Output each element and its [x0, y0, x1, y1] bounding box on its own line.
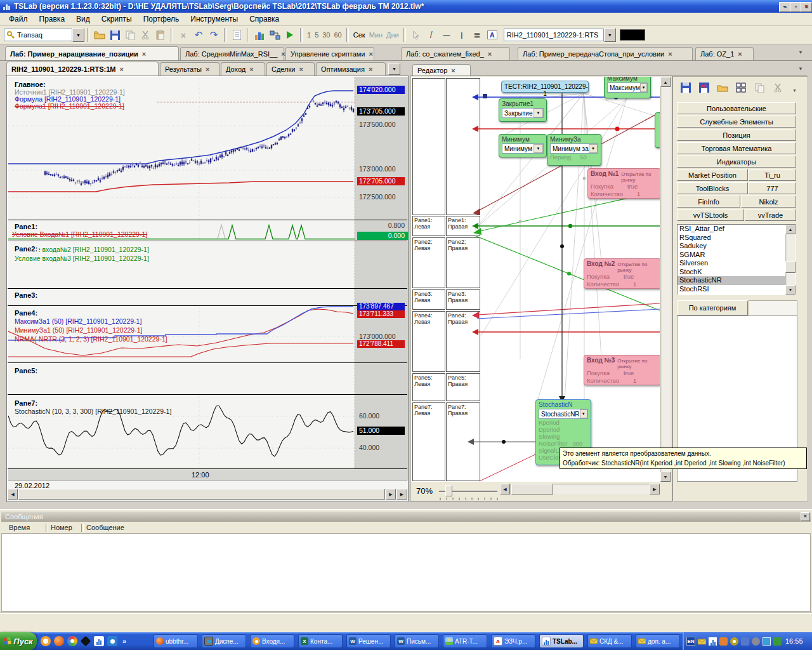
editor-tabs-overflow-icon[interactable]: ▼ [798, 66, 803, 72]
scroll-down-icon[interactable]: ▼ [660, 472, 671, 482]
editor-vscrollbar[interactable]: ▲ ▼ [660, 77, 671, 482]
lab-tab-3[interactable]: Лаб: со_сжатием_fixed_× [401, 47, 510, 60]
col-number[interactable]: Номер [51, 524, 72, 531]
node-select[interactable]: Минимум за▼ [550, 143, 598, 154]
node-test[interactable]: ТЕСТ:RIH2_110901_120229-1 [501, 81, 589, 93]
category-vvtrade[interactable]: vvTrade [745, 209, 796, 221]
scroll-left-icon[interactable]: ◀ [500, 484, 510, 494]
editor-tab[interactable]: Редактор× [412, 64, 471, 76]
category-toolblocks[interactable]: ToolBlocks [677, 182, 748, 194]
category-position[interactable]: Позиция [677, 129, 796, 141]
task-letter[interactable]: WПисьм... [395, 634, 439, 648]
category-ti-ru[interactable]: Ti_ru [749, 169, 796, 181]
menu-tools[interactable]: Инструменты [185, 13, 243, 25]
quick-launch-overflow-icon[interactable]: » [122, 637, 126, 645]
palette-cut-button[interactable] [771, 81, 785, 95]
close-icon[interactable]: × [281, 51, 285, 57]
palette-toolbar-overflow-icon[interactable]: ▼ [792, 88, 797, 93]
chevron-down-icon[interactable]: ▼ [580, 409, 587, 418]
scroll-thumb[interactable] [18, 489, 385, 500]
menu-scripts[interactable]: Скрипты [96, 13, 137, 25]
category-indicators[interactable]: Индикаторы [677, 156, 796, 168]
chart-tab-4[interactable]: Оптимизация× [316, 62, 386, 76]
chart-tab-0[interactable]: RIH2_110901_120229-1:RTS:1M× [6, 62, 159, 76]
menu-file[interactable]: Файл [4, 13, 33, 25]
editor-cell-pane4-right[interactable]: Pane4:Правая [446, 311, 480, 372]
node-select[interactable]: Закрытие▼ [502, 108, 544, 118]
delete-button[interactable]: × [176, 28, 190, 42]
chart-button[interactable] [252, 28, 266, 42]
menu-help[interactable]: Справка [244, 13, 284, 25]
category-vvtsltools[interactable]: vvTSLtools [677, 209, 744, 221]
lab-tabs-overflow-icon[interactable]: ▼ [798, 50, 803, 55]
color-swatch[interactable] [620, 29, 645, 41]
node-close1[interactable]: Закрытие1 Закрытие▼ [499, 98, 547, 122]
indicator-list[interactable]: RSI_Attar_Def RSquared Sadukey SGMAR Sil… [677, 224, 796, 295]
editor-cell-pane2-right[interactable]: Pane2:Правая [446, 237, 480, 288]
scroll-left-icon[interactable]: ◀ [8, 489, 18, 500]
close-icon[interactable]: × [142, 51, 146, 57]
vline-tool-icon[interactable]: | [455, 28, 469, 42]
node-maximum[interactable]: Максимум Максимум▼ [604, 77, 651, 98]
list-item[interactable]: StochK [678, 268, 796, 277]
palette-grid-button[interactable] [734, 81, 748, 95]
editor-cell-empty[interactable] [446, 78, 480, 215]
category-users[interactable]: Пользовательские [677, 102, 796, 114]
tray-network-icon[interactable] [741, 637, 749, 646]
open-button[interactable] [93, 28, 107, 42]
node-select[interactable]: StochasticNR▼ [539, 409, 588, 419]
chart-tab-3[interactable]: Сделки× [266, 62, 315, 76]
tray-tslab-icon[interactable] [709, 637, 717, 646]
palette-save-as-button[interactable]: AS [697, 81, 711, 95]
lab-tab-4[interactable]: Лаб: Пример_передачаСтопа_при_условии× [518, 47, 693, 60]
node-entry3[interactable]: Вход №3Открытие по рынку Покупкаtrue Кол… [584, 355, 660, 385]
node-select[interactable]: Максимум▼ [607, 83, 648, 93]
chart-tab-1[interactable]: Результаты× [160, 62, 219, 76]
chart-hscrollbar[interactable]: ◀ ▶ ▶ [8, 489, 407, 500]
category-777[interactable]: 777 [749, 182, 796, 194]
list-item[interactable]: SGMAR [678, 251, 796, 260]
fibo-tool-icon[interactable]: ≣ [470, 28, 484, 42]
lab-tab-1[interactable]: Лаб: СредняяMinMax_RSI__× [180, 47, 284, 60]
menu-edit[interactable]: Правка [34, 13, 70, 25]
paste-button[interactable] [154, 28, 167, 42]
task-dop-mail[interactable]: доп. а... [636, 634, 680, 648]
list-item[interactable]: RSquared [678, 234, 796, 242]
lab-tab-2[interactable]: Управление скриптами× [285, 47, 374, 60]
run-button[interactable] [283, 28, 297, 42]
ql-clock-icon[interactable] [41, 636, 51, 646]
ql-inkscape-icon[interactable] [81, 636, 91, 647]
node-entry1[interactable]: Вход №1Открытие по рынку Покупкаtrue Кол… [587, 168, 660, 199]
palette-open-button[interactable] [716, 81, 730, 95]
ql-firefox-icon[interactable] [54, 636, 64, 646]
editor-cell-pane1-left[interactable]: Pane1:Левая [412, 216, 445, 236]
language-indicator[interactable]: EN [686, 637, 695, 646]
undo-button[interactable]: ↶ [192, 28, 206, 42]
tray-users-icon[interactable] [719, 637, 728, 646]
task-contacts[interactable]: XКонта... [298, 634, 343, 648]
chart-tabs-dropdown-icon[interactable]: ▼ [388, 63, 400, 75]
interval-5[interactable]: 5 [315, 31, 318, 39]
interval-60[interactable]: 60 [334, 31, 342, 39]
messages-close-icon[interactable]: × [801, 512, 810, 521]
tray-clock-icon[interactable] [730, 637, 738, 646]
editor-cell-pane1-right[interactable]: Pane1:Правая [446, 216, 480, 236]
list-item[interactable]: Silversen [678, 259, 796, 268]
scroll-right2-icon[interactable]: ▶ [396, 489, 407, 500]
task-tslab[interactable]: TSLab... [539, 634, 584, 648]
by-category-tab[interactable]: По категориям [677, 300, 748, 315]
unit-day[interactable]: Дни [386, 31, 399, 39]
symbol-combo[interactable]: RIH2_110901_120229-1:RTS [504, 29, 604, 41]
list-item-selected[interactable]: StochasticNR [678, 276, 796, 285]
zoom-slider-thumb[interactable] [445, 485, 452, 496]
editor-cell-pane5-right[interactable]: Pane5:Правая [446, 373, 480, 401]
editor-cell-pane7-right[interactable]: Pane7:Правая [446, 402, 480, 481]
list-item[interactable]: RSI_Attar_Def [678, 225, 796, 234]
chart-tab-2[interactable]: Доход× [221, 62, 265, 76]
unit-min[interactable]: Мин [369, 31, 383, 39]
editor-cell-pane4-left[interactable]: Pane4:Левая [412, 311, 445, 372]
title-bar[interactable]: TSLab (версия 1.1.23.0:32bit) - D:\НЕ УД… [0, 0, 812, 13]
list-scrollbar[interactable]: ▲ ▼ [785, 225, 796, 295]
editor-cell-pane3-right[interactable]: Pane3:Правая [446, 289, 480, 310]
category-fininfo[interactable]: FinInfo [677, 196, 740, 208]
